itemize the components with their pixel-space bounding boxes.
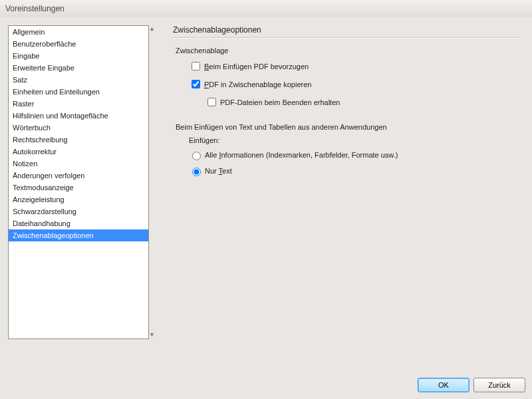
window-titlebar: Voreinstellungen [0,0,532,18]
keep-pdf-files-label[interactable]: PDF-Dateien beim Beenden erhalten [220,98,340,106]
sidebar-item[interactable]: Hilfslinien und Montagefläche [9,110,148,122]
paste-textonly-label[interactable]: Nur Text [205,167,232,175]
sidebar-item[interactable]: Anzeigeleistung [9,194,148,205]
dialog-body: AllgemeinBenutzeroberflächeEingabeErweit… [0,17,532,399]
paste-textonly-row[interactable]: Nur Text [189,166,519,176]
sidebar-item[interactable]: Änderungen verfolgen [9,170,148,182]
paste-textonly-radio[interactable] [192,168,201,176]
prefer-pdf-label[interactable]: Beim Einfügen PDF bevorzugen [204,63,309,70]
main-panel: Zwischenablageoptionen Zwischenablage Be… [173,25,519,182]
sidebar-item[interactable]: Eingabe [9,50,148,62]
prefer-pdf-checkbox[interactable] [192,62,200,70]
paste-all-row[interactable]: Alle Informationen (Indexmarken, Farbfel… [189,150,519,160]
back-button[interactable]: Zurück [473,378,525,392]
window-title: Voreinstellungen [5,4,65,13]
sidebar-item[interactable]: Dateihandhabung [9,217,148,229]
sidebar-item[interactable]: Notizen [9,158,148,170]
copy-pdf-label[interactable]: PDF in Zwischenablage kopieren [204,80,311,88]
clipboard-group-label: Zwischenablage [176,47,519,55]
prefer-pdf-row[interactable]: Beim Einfügen PDF bevorzugen [189,60,519,72]
copy-pdf-row[interactable]: PDF in Zwischenablage kopieren [189,78,519,90]
category-sidebar[interactable]: AllgemeinBenutzeroberflächeEingabeErweit… [8,25,149,339]
sidebar-item[interactable]: Satz [9,74,148,86]
sidebar-item[interactable]: Wörterbuch [9,122,148,134]
ok-button[interactable]: OK [418,378,469,392]
paste-sublabel: Einfügen: [189,136,519,144]
sidebar-item[interactable]: Allgemein [9,26,148,38]
keep-pdf-files-checkbox[interactable] [207,98,216,106]
sidebar-item[interactable]: Schwarzdarstellung [9,205,148,217]
panel-title: Zwischenablageoptionen [173,25,519,35]
sidebar-item[interactable]: Autokorrektur [9,146,148,158]
sidebar-item[interactable]: Einheiten und Einteilungen [9,86,148,98]
sidebar-item[interactable]: Zwischenablageoptionen [9,229,148,241]
sidebar-scroll-down-icon[interactable]: ▾ [150,331,157,338]
sidebar-scroll-up-icon[interactable]: ▴ [150,25,157,32]
keep-pdf-files-row[interactable]: PDF-Dateien beim Beenden erhalten [205,96,519,108]
dialog-button-bar: OK Zurück [418,378,525,392]
copy-pdf-checkbox[interactable] [192,80,200,88]
panel-divider [173,37,519,39]
paste-all-label[interactable]: Alle Informationen (Indexmarken, Farbfel… [205,151,398,159]
paste-all-radio[interactable] [192,152,201,160]
sidebar-item[interactable]: Raster [9,98,148,110]
sidebar-item[interactable]: Erweiterte Eingabe [9,62,148,74]
sidebar-item[interactable]: Textmodusanzeige [9,182,148,194]
paste-group-label: Beim Einfügen von Text und Tabellen aus … [176,123,519,131]
sidebar-item[interactable]: Benutzeroberfläche [9,38,148,50]
sidebar-item[interactable]: Rechtschreibung [9,134,148,146]
